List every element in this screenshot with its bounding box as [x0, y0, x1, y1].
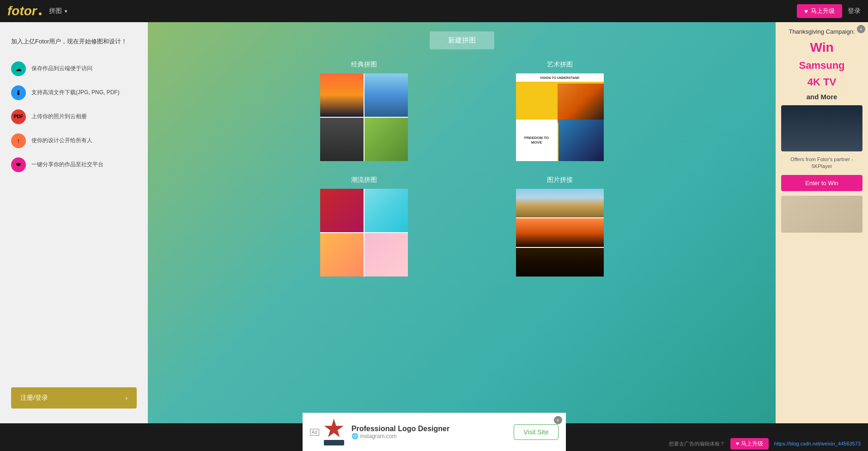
more-label: and More [781, 93, 862, 101]
download-icon: ⬇ [11, 85, 26, 100]
art-car-area [558, 84, 604, 123]
feature-public: ↑ 使你的设计公开给所有人 [11, 133, 137, 148]
new-collage-bar: 新建拼图 [166, 31, 757, 49]
splice-cell-silhouette [516, 218, 604, 247]
samsung-label: Samsung [781, 60, 862, 72]
sidebar-features: ☁ 保存作品到云端便于访问 ⬇ 支持高清文件下载(JPG, PNG, PDF) … [11, 61, 137, 373]
register-button[interactable]: 注册/登录 › [11, 387, 137, 409]
collage-grid: 经典拼图 艺术拼图 VISION TO UNDERSTAND [277, 60, 647, 277]
collage-item-art[interactable]: 艺术拼图 VISION TO UNDERSTAND FREEDOM TO MOV… [473, 60, 647, 161]
right-ad-panel: × Thanksgiving Campaign: Win Samsung 4K … [776, 22, 868, 423]
share-icon: ❤ [11, 157, 26, 172]
classic-cell-3 [320, 118, 364, 161]
ad-title: Professional Logo Designer [352, 425, 514, 433]
freedom-text: FREEDOM TO MOVE [520, 136, 554, 145]
upgrade-question: 想要去广告的编辑体验？ [669, 440, 725, 447]
nav-label: 拼图 [49, 7, 62, 15]
new-collage-button[interactable]: 新建拼图 [430, 31, 494, 49]
main-content: 新建拼图 经典拼图 艺术拼图 [148, 22, 776, 423]
feature-cloud: ☁ 保存作品到云端便于访问 [11, 61, 137, 76]
enter-to-win-button[interactable]: Enter to Win [781, 175, 862, 191]
status-heart-icon: ♥ [736, 440, 739, 447]
splice-title: 图片拼接 [547, 176, 573, 184]
pdf-icon: PDF [11, 109, 26, 124]
heart-icon: ♥ [804, 8, 808, 15]
classic-cell-1 [320, 73, 364, 117]
nav-arrow: ▼ [64, 9, 68, 14]
feature-download: ⬇ 支持高清文件下载(JPG, PNG, PDF) [11, 85, 137, 100]
upload-icon: ↑ [11, 133, 26, 148]
ad-star-logo [324, 419, 344, 439]
classic-cell-4 [364, 118, 408, 161]
feature-share-text: 一键分享你的作品至社交平台 [31, 161, 103, 168]
logo-text: fotor [7, 4, 37, 18]
ad-logo-bottom [324, 440, 344, 445]
header-right: ♥ 马上升级 登录 [797, 4, 861, 18]
login-button[interactable]: 登录 [848, 7, 861, 15]
classic-cell-2 [364, 73, 408, 117]
right-ad-close-button[interactable]: × [857, 25, 865, 33]
art-preview: VISION TO UNDERSTAND FREEDOM TO MOVE [516, 73, 604, 161]
collage-item-classic[interactable]: 经典拼图 [277, 60, 451, 161]
feature-share: ❤ 一键分享你的作品至社交平台 [11, 157, 137, 172]
thanksgiving-label: Thanksgiving Campaign: [781, 28, 862, 36]
trendy-cell-macarons [364, 189, 408, 232]
tv-label: 4K TV [781, 76, 862, 88]
offers-label: Offers from Fotor's partner - 5KPlayer [781, 156, 862, 170]
trendy-preview [320, 189, 408, 277]
ad-label: Ad [310, 429, 319, 436]
collage-nav[interactable]: 拼图 ▼ [49, 7, 68, 15]
splice-cell-bottom [516, 248, 604, 277]
art-bottom-right [558, 120, 604, 161]
trendy-cell-donuts [320, 233, 364, 277]
ad-close-button[interactable]: × [554, 416, 562, 424]
globe-icon: 🌐 [352, 433, 358, 439]
feature-album: PDF 上传你的照片到云相册 [11, 109, 137, 124]
bottom-ad-image [781, 196, 862, 233]
sidebar: 加入上亿Fotor用户，现在开始修图和设计！ ☁ 保存作品到云端便于访问 ⬇ 支… [0, 22, 148, 423]
ad-banner: Ad Professional Logo Designer 🌐 instagra… [303, 413, 566, 451]
ad-logo-area [324, 419, 344, 445]
feature-album-text: 上传你的照片到云相册 [31, 113, 87, 120]
ad-subtitle: 🌐 instagram.com [352, 433, 514, 439]
ad-visit-button[interactable]: Visit Site [514, 424, 558, 440]
status-bar-right: 想要去广告的编辑体验？ ♥ 马上升级 https://blog.csdn.net… [669, 438, 861, 450]
main-layout: 加入上亿Fotor用户，现在开始修图和设计！ ☁ 保存作品到云端便于访问 ⬇ 支… [0, 22, 868, 423]
status-upgrade-button[interactable]: ♥ 马上升级 [730, 438, 769, 450]
upgrade-button[interactable]: ♥ 马上升级 [797, 4, 842, 18]
collage-item-splice[interactable]: 图片拼接 [473, 176, 647, 277]
logo-area: fotor [7, 4, 42, 18]
art-title: 艺术拼图 [547, 60, 573, 69]
splice-preview [516, 189, 604, 277]
feature-cloud-text: 保存作品到云端便于访问 [31, 65, 92, 72]
feature-public-text: 使你的设计公开给所有人 [31, 137, 92, 144]
collage-item-trendy[interactable]: 潮流拼图 [277, 176, 451, 277]
trendy-cell-cookies [364, 233, 408, 277]
logo-dot [39, 12, 42, 15]
samsung-image [781, 105, 862, 151]
trendy-cell-berries [320, 189, 364, 232]
header: fotor 拼图 ▼ ♥ 马上升级 登录 [0, 0, 868, 22]
classic-preview [320, 73, 408, 161]
art-vision-text: VISION TO UNDERSTAND [516, 73, 604, 82]
art-text-block: FREEDOM TO MOVE [516, 120, 558, 161]
feature-download-text: 支持高清文件下载(JPG, PNG, PDF) [31, 89, 120, 96]
trendy-title: 潮流拼图 [351, 176, 377, 184]
classic-title: 经典拼图 [351, 60, 377, 69]
sidebar-intro: 加入上亿Fotor用户，现在开始修图和设计！ [11, 37, 137, 47]
ad-content: Professional Logo Designer 🌐 instagram.c… [352, 425, 514, 439]
cloud-icon: ☁ [11, 61, 26, 76]
status-link: https://blog.csdn.net/weixin_44563573 [774, 441, 861, 446]
splice-cell-field [516, 189, 604, 217]
win-label: Win [781, 41, 862, 55]
